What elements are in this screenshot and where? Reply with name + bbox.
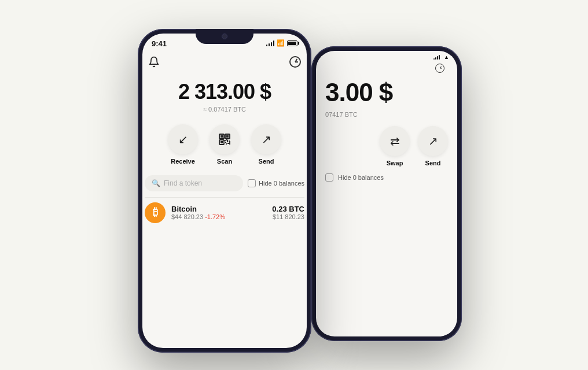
back-clock-icon [435, 64, 444, 73]
back-send-button[interactable]: ↗ [418, 126, 448, 156]
clock-icon [289, 56, 301, 68]
send-button[interactable]: ↗ [251, 124, 281, 154]
notch-camera [222, 34, 227, 39]
hide-balances-checkbox[interactable] [248, 179, 256, 187]
bell-icon [148, 56, 160, 68]
svg-rect-5 [220, 141, 223, 143]
search-icon: 🔍 [152, 179, 160, 187]
front-phone-screen: 9:41 📶 [142, 34, 307, 348]
back-clock-area [316, 62, 457, 75]
swap-icon: ⇄ [390, 134, 400, 148]
search-bar[interactable]: 🔍 Find a token [145, 175, 243, 191]
bitcoin-change: -1.72% [205, 213, 225, 220]
search-placeholder: Find a token [164, 179, 236, 187]
back-hide-balances-label: Hide 0 balances [338, 174, 384, 181]
svg-rect-3 [226, 135, 229, 138]
back-filter-row: Hide 0 balances [316, 171, 457, 184]
back-status-bar: ▲ [316, 51, 457, 62]
phone-back: ▲ 3.00 $ 07417 BTC ⇄ Swap [311, 46, 462, 341]
send-icon: ↗ [262, 132, 271, 146]
receive-icon: ↙ [178, 132, 188, 146]
status-time: 9:41 [152, 39, 167, 48]
bitcoin-name: Bitcoin [171, 205, 266, 213]
signal-bars-icon [266, 40, 275, 46]
bitcoin-balance-usd: $11 820.23 [272, 213, 304, 220]
balance-btc: ≈ 0.07417 BTC [142, 106, 307, 113]
bitcoin-logo: ₿ [145, 202, 166, 223]
back-swap-button[interactable]: ⇄ [380, 126, 410, 156]
history-button[interactable] [286, 53, 304, 71]
receive-item[interactable]: ↙ Receive [168, 124, 198, 165]
back-signal-icon [433, 55, 440, 60]
status-icons: 📶 [266, 39, 298, 47]
balance-section: 2 313.00 $ ≈ 0.07417 BTC [142, 76, 307, 115]
svg-rect-1 [220, 135, 223, 138]
bell-button[interactable] [145, 53, 163, 71]
back-hide-balances-checkbox[interactable] [325, 173, 333, 182]
receive-button[interactable]: ↙ [168, 124, 198, 154]
battery-icon [287, 40, 297, 46]
search-filter-row: 🔍 Find a token Hide 0 balances [145, 172, 304, 195]
top-bar [142, 50, 307, 76]
hide-balances-control[interactable]: Hide 0 balances [248, 179, 304, 187]
balance-amount: 2 313.00 $ [142, 80, 307, 103]
notch [196, 29, 253, 44]
bitcoin-balance-amount: 0.23 BTC [272, 205, 304, 213]
qr-icon [218, 133, 231, 146]
back-swap-label: Swap [387, 160, 403, 166]
back-phone-screen: ▲ 3.00 $ 07417 BTC ⇄ Swap [316, 51, 457, 336]
bitcoin-balance: 0.23 BTC $11 820.23 [272, 205, 304, 220]
token-item-bitcoin[interactable]: ₿ Bitcoin $44 820.23 -1.72% 0.23 BTC $11… [145, 199, 304, 227]
back-send-label: Send [425, 160, 441, 166]
back-send-item[interactable]: ↗ Send [418, 126, 448, 166]
divider [145, 197, 304, 198]
back-send-icon: ↗ [428, 134, 438, 148]
hide-balances-label: Hide 0 balances [259, 180, 304, 187]
back-balance-amount: 3.00 $ [316, 75, 457, 110]
action-row: ↙ Receive [142, 115, 307, 169]
back-wifi-icon: ▲ [444, 54, 449, 60]
scan-item[interactable]: Scan [210, 124, 240, 165]
back-action-row: ⇄ Swap ↗ Send [316, 118, 457, 171]
bitcoin-info: Bitcoin $44 820.23 -1.72% [171, 205, 266, 220]
send-item[interactable]: ↗ Send [251, 124, 281, 165]
scan-button[interactable] [210, 124, 240, 154]
receive-label: Receive [171, 158, 195, 165]
send-label: Send [259, 158, 274, 165]
bitcoin-price: $44 820.23 -1.72% [171, 213, 266, 220]
scan-label: Scan [217, 158, 232, 165]
back-swap-item[interactable]: ⇄ Swap [380, 126, 410, 166]
wifi-icon: 📶 [277, 39, 285, 47]
scene: ▲ 3.00 $ 07417 BTC ⇄ Swap [91, 17, 497, 353]
back-balance-btc: 07417 BTC [316, 111, 457, 118]
phone-front: 9:41 📶 [138, 29, 311, 353]
